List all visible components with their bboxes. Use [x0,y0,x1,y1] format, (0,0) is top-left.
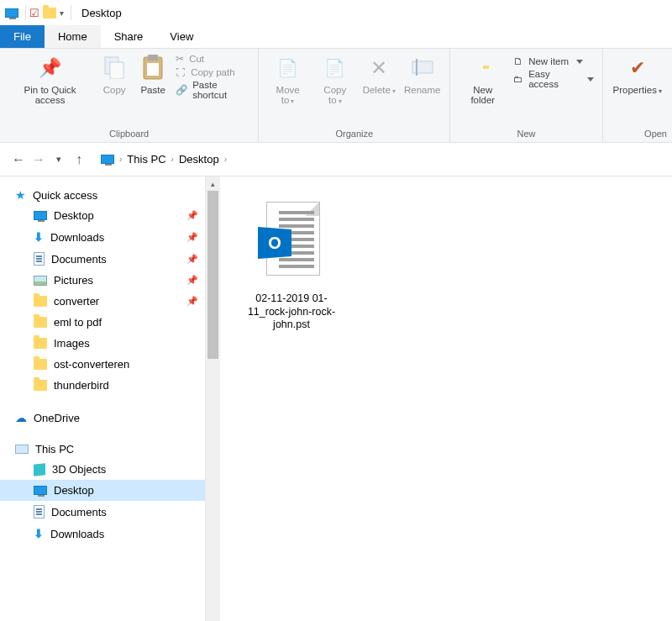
tab-file[interactable]: File [0,25,45,48]
paste-shortcut-button[interactable]: 🔗Paste shortcut [176,80,249,100]
sidebar-item[interactable]: 3D Objects [0,459,205,480]
sidebar-item[interactable]: ost-converteren [0,354,205,375]
check-icon: ✔ [630,57,645,79]
file-item[interactable]: O02-11-2019 01-11_rock-john-rock-john.ps… [237,202,346,332]
pc-icon [15,445,29,454]
nav-scrollbar[interactable]: ▴ [206,176,220,621]
sidebar-item-label: Downloads [50,231,104,244]
pst-file-icon: O [258,202,325,286]
clipboard-icon [142,55,164,82]
copy-path-button[interactable]: ⛶Copy path [176,67,249,77]
copy-label: Copy [103,85,126,95]
this-pc-header[interactable]: This PC [0,439,205,459]
monitor-icon [34,211,47,220]
onedrive-header[interactable]: ☁ OneDrive [0,408,205,428]
breadcrumb-desktop[interactable]: Desktop [179,153,219,166]
breadcrumb-this-pc[interactable]: This PC [127,153,165,166]
sidebar-item[interactable]: Pictures📌 [0,270,205,291]
sidebar-item-label: Desktop [54,209,94,222]
download-icon: ⬇ [34,230,44,244]
menu-bar: File Home Share View [0,25,672,49]
back-button[interactable]: ← [8,152,29,167]
sidebar-item-label: Documents [51,253,107,266]
new-item-icon: 🗋 [513,56,523,66]
dropdown-icon [587,77,594,82]
location-folder-icon[interactable] [43,8,56,18]
app-icon [5,8,18,18]
download-icon: ⬇ [34,527,44,540]
sidebar-item[interactable]: converter📌 [0,291,205,312]
group-open-label: Open [608,129,667,142]
rename-button[interactable]: Rename [400,51,444,98]
cloud-icon: ☁ [15,411,27,424]
sidebar-item-label: ost-converteren [54,358,129,371]
sidebar-item-label: Pictures [54,274,93,287]
copy-icon [103,55,125,81]
star-icon: ★ [15,188,26,202]
pin-label: Pin to Quick access [10,85,90,105]
pin-icon: 📌 [186,254,198,265]
pin-icon: 📌 [186,275,198,286]
paste-button[interactable]: Paste [134,51,172,98]
delete-button[interactable]: ✕ Delete▾ [359,51,400,98]
group-clipboard-label: Clipboard [5,129,253,142]
file-label: 02-11-2019 01-11_rock-john-rock-john.pst [237,292,346,332]
sidebar-item[interactable]: ⬇Downloads [0,523,205,545]
chevron-right-icon: › [119,155,122,164]
folder-icon [34,317,47,328]
folder-icon [34,296,47,307]
sidebar-item[interactable]: Documents [0,501,205,523]
qa-check-icon[interactable]: ☑ [29,7,39,19]
tab-share[interactable]: Share [101,25,157,48]
easy-access-button[interactable]: 🗀Easy access [513,69,593,89]
sidebar-item-label: Images [54,337,90,350]
pin-icon: 📌 [186,296,198,307]
new-folder-button[interactable]: New folder [455,51,510,108]
tab-view[interactable]: View [156,25,207,48]
chevron-right-icon: › [224,155,227,164]
move-to-button[interactable]: 📄 Move to▾ [264,51,312,108]
content-pane[interactable]: O02-11-2019 01-11_rock-john-rock-john.ps… [220,176,672,621]
sidebar-item[interactable]: Images [0,333,205,354]
copy-to-button[interactable]: 📄 Copy to▾ [312,51,359,108]
up-button[interactable]: ↑ [69,152,89,167]
ribbon-group-new: New folder 🗋New item 🗀Easy access New [450,49,602,142]
sidebar-item[interactable]: thunderbird [0,375,205,396]
navigation-pane: ★ Quick access Desktop📌⬇Downloads📌Docume… [0,176,206,621]
sidebar-item[interactable]: Documents📌 [0,248,205,270]
folder-icon [34,380,47,391]
3d-icon [34,463,45,476]
address-bar[interactable]: › This PC › Desktop › [101,153,227,166]
folder-icon [34,338,47,349]
properties-button[interactable]: ✔ Properties▾ [608,51,667,98]
delete-icon: ✕ [370,56,387,80]
forward-button[interactable]: → [29,152,49,167]
sidebar-item[interactable]: eml to pdf [0,312,205,333]
svg-rect-4 [147,63,159,76]
ribbon-group-open: ✔ Properties▾ Open [603,49,672,142]
sidebar-item-label: Desktop [54,484,94,497]
scroll-up-icon[interactable]: ▴ [206,176,220,191]
ribbon-group-clipboard: 📌 Pin to Quick access Copy Paste ✂Cut ⛶C… [0,49,259,142]
recent-dropdown[interactable]: ▾ [49,154,69,165]
copy-button[interactable]: Copy [95,51,134,98]
scroll-thumb[interactable] [207,191,218,359]
folder-icon [34,359,47,370]
sidebar-item[interactable]: Desktop📌 [0,205,205,226]
sidebar-item[interactable]: ⬇Downloads📌 [0,226,205,248]
sidebar-item-label: 3D Objects [52,463,106,476]
cut-button[interactable]: ✂Cut [176,53,249,65]
scissors-icon: ✂ [176,53,184,65]
pin-to-quick-access-button[interactable]: 📌 Pin to Quick access [5,51,95,108]
sidebar-item[interactable]: Desktop [0,480,205,501]
monitor-icon [34,486,47,495]
window-title: Desktop [81,7,122,19]
svg-rect-3 [148,55,158,61]
title-bar: ☑ ▾ Desktop [0,0,672,25]
new-item-button[interactable]: 🗋New item [513,56,593,66]
qa-dropdown-icon[interactable]: ▾ [60,8,64,18]
quick-access-header[interactable]: ★ Quick access [0,185,205,205]
chevron-right-icon: › [171,155,174,164]
sidebar-item-label: converter [54,295,99,308]
tab-home[interactable]: Home [45,25,101,48]
